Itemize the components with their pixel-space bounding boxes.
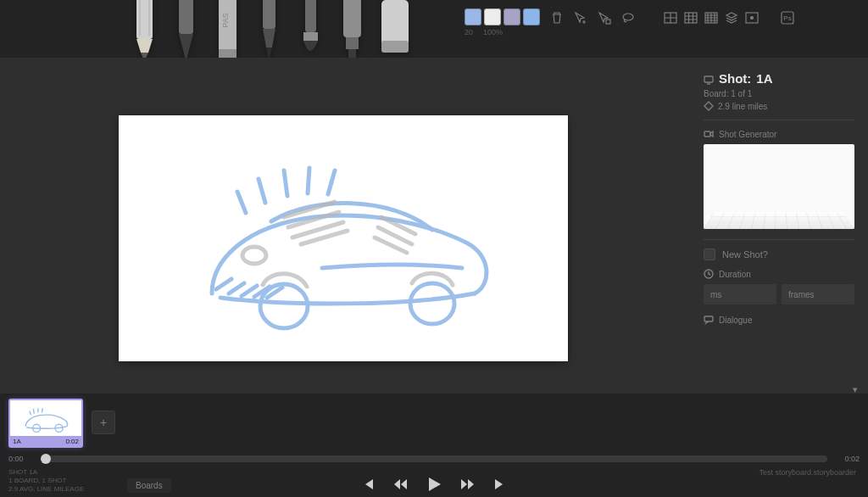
dialogue-title: Dialogue <box>704 315 854 325</box>
svg-rect-33 <box>704 131 710 137</box>
svg-rect-13 <box>305 0 316 32</box>
duration-fields: ms frames <box>704 284 854 304</box>
rewind-button[interactable] <box>392 477 408 495</box>
drawing-tool-tray: PAS <box>125 0 413 61</box>
swatch-quaternary[interactable] <box>523 8 540 25</box>
shot-heading: Shot: 1A <box>704 71 854 86</box>
svg-point-31 <box>242 247 266 264</box>
tool-pencil[interactable] <box>167 0 205 61</box>
inspector-panel: Shot: 1A Board: 1 of 1 2.9 line miles Sh… <box>690 58 868 394</box>
shot-generator-title: Shot Generator <box>704 129 854 139</box>
duration-title: Duration <box>704 269 854 279</box>
brush-size-label[interactable]: 20 <box>465 28 473 36</box>
svg-rect-0 <box>136 0 153 39</box>
grid-tool-group <box>663 10 760 25</box>
drawing-canvas[interactable] <box>119 115 568 361</box>
tool-light-pencil[interactable] <box>125 0 164 61</box>
grid-3x3-icon[interactable] <box>683 10 698 25</box>
board-count-label: Board: 1 of 1 <box>704 89 854 98</box>
tool-brush[interactable] <box>292 0 330 61</box>
svg-text:PAS: PAS <box>221 13 230 27</box>
line-miles-value: 2.9 line miles <box>718 102 767 111</box>
svg-point-29 <box>260 284 308 328</box>
op-tool-group <box>549 10 636 25</box>
center-icon[interactable] <box>744 10 760 25</box>
grid-4x4-icon[interactable] <box>704 10 719 25</box>
line-miles-row: 2.9 line miles <box>704 101 854 111</box>
arrow-add-icon[interactable] <box>573 10 588 25</box>
svg-rect-23 <box>685 13 697 23</box>
clock-icon <box>704 269 714 279</box>
new-shot-label: New Shot? <box>722 249 768 260</box>
duration-ms-input[interactable]: ms <box>704 284 776 304</box>
color-swatch-row <box>465 8 540 25</box>
timeline-scrubber[interactable] <box>41 455 827 462</box>
svg-marker-1 <box>136 39 153 53</box>
top-toolbar: PAS 20 100% <box>0 0 868 58</box>
forward-button[interactable] <box>460 477 476 495</box>
new-shot-checkbox[interactable] <box>704 248 715 260</box>
add-board-button[interactable]: + <box>92 410 115 434</box>
layers-icon[interactable] <box>724 10 739 25</box>
svg-rect-20 <box>606 20 610 24</box>
brush-opacity-label[interactable]: 100% <box>483 28 503 36</box>
svg-text:Ps: Ps <box>783 14 791 22</box>
open-in-photoshop-button[interactable]: Ps <box>780 10 795 25</box>
board-thumb-strip: 1A 0:02 + <box>8 399 115 448</box>
svg-rect-32 <box>704 76 713 82</box>
main-area: Shot: 1A Board: 1 of 1 2.9 line miles Sh… <box>0 58 868 394</box>
trash-icon[interactable] <box>549 10 565 25</box>
camera-icon <box>704 129 714 139</box>
shot-generator-preview[interactable] <box>704 144 854 229</box>
timeline-scrub-row: 0:00 0:02 <box>8 455 860 463</box>
swatch-primary[interactable] <box>465 8 481 25</box>
tool-marker[interactable] <box>333 0 371 61</box>
svg-point-30 <box>410 283 454 324</box>
shot-id: 1A <box>756 71 772 86</box>
lasso-icon[interactable] <box>620 10 636 25</box>
svg-rect-17 <box>348 49 356 58</box>
new-shot-row: New Shot? <box>704 248 854 260</box>
svg-rect-35 <box>704 316 713 321</box>
tool-eraser[interactable] <box>375 0 413 61</box>
svg-rect-14 <box>303 32 318 41</box>
shot-heading-prefix: Shot: <box>719 71 751 86</box>
svg-rect-15 <box>343 0 361 37</box>
time-end: 0:02 <box>834 455 860 463</box>
swatch-meta: 20 100% <box>465 28 503 36</box>
skip-start-button[interactable] <box>360 477 376 495</box>
tool-pastel[interactable]: PAS <box>209 0 247 61</box>
thumb-id: 1A <box>13 438 21 445</box>
svg-point-26 <box>751 17 754 20</box>
svg-rect-19 <box>381 41 409 53</box>
board-thumb-selected[interactable]: 1A 0:02 <box>8 399 83 448</box>
time-start: 0:00 <box>8 455 34 463</box>
svg-rect-3 <box>139 0 141 36</box>
arrow-scale-icon[interactable] <box>597 10 612 25</box>
play-button[interactable] <box>425 475 443 497</box>
grid-2x2-icon[interactable] <box>663 10 678 25</box>
transport-controls <box>0 475 868 497</box>
chevron-down-icon[interactable]: ▾ <box>853 384 858 394</box>
project-filename: Test storyboard.storyboarder <box>759 468 856 477</box>
monitor-icon <box>704 74 714 84</box>
diamond-icon <box>704 101 714 111</box>
svg-rect-5 <box>179 0 193 34</box>
swatch-secondary[interactable] <box>484 8 501 25</box>
svg-rect-4 <box>148 0 150 36</box>
svg-rect-16 <box>346 37 359 49</box>
timeline-panel: 1A 0:02 + 0:00 0:02 SHOT 1A 1 BOARD, 1 S… <box>0 394 868 497</box>
svg-rect-9 <box>219 49 236 58</box>
tool-pen[interactable] <box>250 0 288 61</box>
duration-frames-input[interactable]: frames <box>782 284 854 304</box>
swatch-tertiary[interactable] <box>504 8 520 25</box>
svg-marker-11 <box>263 29 275 47</box>
skip-end-button[interactable] <box>492 477 508 495</box>
thumb-duration: 0:02 <box>65 438 79 445</box>
svg-rect-10 <box>263 0 275 29</box>
speech-icon <box>704 315 714 325</box>
